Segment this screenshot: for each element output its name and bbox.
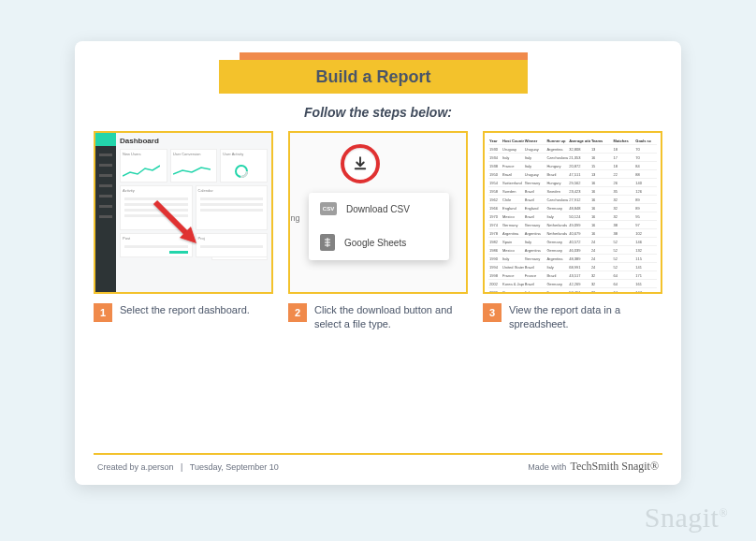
brand-text: TechSmith Snagit® <box>570 460 659 474</box>
table-row: 2006GermanyItalyFrance52,4913264147 <box>488 288 657 294</box>
step-number: 1 <box>94 303 112 322</box>
page-title: Build a Report <box>315 67 430 87</box>
sidebar-logo <box>95 133 116 146</box>
table-row: 1950BrazilUruguayBrazil47,511132288 <box>488 170 657 179</box>
dashboard-sidebar <box>95 133 116 292</box>
document-card: Build a Report Follow the steps below: D… <box>75 41 681 485</box>
menu-item-label: Download CSV <box>346 204 410 214</box>
table-row: 2002Korea & JapanBrazilGermany42,2693264… <box>488 280 657 288</box>
table-row: 1970MexicoBrazilItaly50,124163295 <box>488 212 657 221</box>
dashboard-title: Dashboard <box>120 137 268 145</box>
footer: Created by a.person | Tuesday, September… <box>97 460 659 474</box>
csv-icon: CSV <box>320 202 337 215</box>
menu-google-sheets[interactable]: Google Sheets <box>309 225 449 260</box>
step-1-thumbnail: Dashboard New Users User Conversion User… <box>94 131 273 294</box>
step-2-thumbnail: king CSV Download CSV <box>288 131 468 294</box>
table-row: YearHost CountryWinnerRunner upAverage a… <box>488 137 657 145</box>
footer-meta: Created by a.person | Tuesday, September… <box>97 462 279 472</box>
author-text: Created by a.person <box>97 462 174 472</box>
download-menu: CSV Download CSV Google Sheets <box>309 193 449 260</box>
title-wrap: Build a Report <box>219 58 537 97</box>
table-row: 1982SpainItalyGermany40,5722452146 <box>488 238 657 246</box>
snagit-watermark: Snagit® <box>645 502 728 534</box>
table-row: 1994United StatesBrazilItaly68,991245214… <box>488 263 657 271</box>
table-row: 1966EnglandEnglandGermany48,848163289 <box>488 204 657 212</box>
step-number: 2 <box>288 303 307 322</box>
table-row: 1938FranceItalyHungary20,872151884 <box>488 162 657 170</box>
table-row: 1962ChileBrazilCzechoslovakia27,91216328… <box>488 196 657 204</box>
step-1: Dashboard New Users User Conversion User… <box>94 131 273 331</box>
table-row: 1934ItalyItalyCzechoslovakia21,353161770 <box>488 154 657 162</box>
step-caption: Select the report dashboard. <box>120 303 250 317</box>
step-caption: Click the download button and select a f… <box>314 303 468 331</box>
date-text: Tuesday, September 10 <box>190 462 279 472</box>
step-3-thumbnail: YearHost CountryWinnerRunner upAverage a… <box>483 131 662 294</box>
table-row: 1990ItalyGermanyArgentina48,3892452115 <box>488 255 657 263</box>
subtitle: Follow the steps below: <box>94 105 662 120</box>
menu-item-label: Google Sheets <box>344 238 406 248</box>
step-3: YearHost CountryWinnerRunner upAverage a… <box>483 131 662 331</box>
made-with: Made with TechSmith Snagit® <box>528 460 659 474</box>
title-bar: Build a Report <box>219 60 528 94</box>
sheets-icon <box>320 234 335 251</box>
table-row: 1978ArgentinaArgentinaNetherlands40,6791… <box>488 229 657 238</box>
step-number: 3 <box>483 303 502 322</box>
table-row: 1954SwitzerlandGermanyHungary29,56216261… <box>488 179 657 187</box>
step-2: king CSV Download CSV <box>288 131 468 331</box>
table-row: 1930UruguayUruguayArgentina32,808131870 <box>488 145 657 154</box>
table-row: 1974GermanyGermanyNetherlands49,09916389… <box>488 221 657 229</box>
table-row: 1986MexicoArgentinaGermany46,0392452132 <box>488 246 657 255</box>
steps-row: Dashboard New Users User Conversion User… <box>94 131 662 331</box>
table-row: 1958SwedenBrazilSweden23,4231635126 <box>488 187 657 196</box>
table-row: 1998FranceFranceBrazil43,5173264171 <box>488 271 657 280</box>
footer-divider <box>94 453 662 455</box>
download-button[interactable] <box>341 144 380 183</box>
step-caption: View the report data in a spreadsheet. <box>509 303 662 331</box>
dashboard-main: Dashboard New Users User Conversion User… <box>116 133 271 292</box>
menu-download-csv[interactable]: CSV Download CSV <box>309 193 449 225</box>
spreadsheet-table: YearHost CountryWinnerRunner upAverage a… <box>488 137 657 288</box>
background-text: king <box>288 213 300 223</box>
download-icon <box>352 155 369 172</box>
